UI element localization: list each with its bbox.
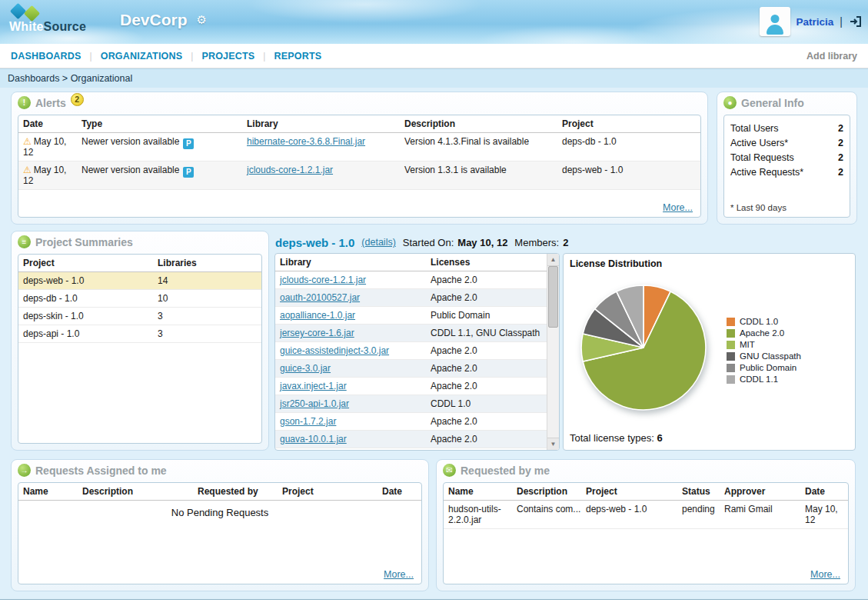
project-summary-row[interactable]: deps-api - 1.0 3 [18, 325, 261, 343]
requests-assigned-more-link[interactable]: More... [384, 569, 414, 580]
library-link[interactable]: jersey-core-1.6.jar [280, 328, 354, 338]
project-libraries-cell: 3 [153, 325, 261, 343]
alerts-count-badge: 2 [71, 93, 84, 106]
project-summary-row[interactable]: deps-db - 1.0 10 [18, 290, 261, 308]
nav-item-dashboards[interactable]: DASHBOARDS [11, 51, 81, 62]
library-table-box: Library Licenses jclouds-core-1.2.1.jarA… [274, 253, 560, 451]
page: WhiteSource DevCorp ⚙ Patricia | DASHBOA… [0, 0, 868, 606]
library-row: jclouds-core-1.2.1.jarApache 2.0 [275, 271, 547, 289]
user-area: Patricia | [760, 7, 862, 36]
requested-by-me-title: Requested by me [461, 464, 550, 478]
library-link[interactable]: aopalliance-1.0.jar [280, 310, 355, 321]
alert-library-link[interactable]: jclouds-core-1.2.1.jar [247, 165, 333, 175]
library-link[interactable]: guava-10.0.1.jar [280, 434, 347, 445]
alerts-more-link[interactable]: More... [663, 202, 693, 213]
org-name: DevCorp [120, 11, 188, 29]
project-name-cell[interactable]: deps-web - 1.0 [18, 272, 153, 290]
breadcrumb-text[interactable]: Dashboards > Organizational [8, 73, 132, 84]
nav-item-organizations[interactable]: ORGANIZATIONS [101, 51, 183, 62]
library-licenses: Public Domain [426, 307, 547, 325]
library-scrollbar[interactable]: ▲ ▼ [547, 254, 559, 450]
project-name-cell[interactable]: deps-api - 1.0 [18, 325, 153, 343]
inbox-arrow-icon: → [18, 464, 31, 477]
license-distribution-box: License Distribution CDDL 1.0Apache 2.0M… [563, 253, 856, 451]
req-col-requested-by: Requested by [193, 483, 278, 501]
started-on-label: Started On: [403, 237, 454, 248]
request-date: May 10, 12 [800, 501, 848, 529]
library-table-wrap: Library Licenses jclouds-core-1.2.1.jarA… [275, 254, 547, 450]
project-name-cell[interactable]: deps-skin - 1.0 [18, 308, 153, 325]
scroll-down-button[interactable]: ▼ [547, 438, 559, 450]
org-area: DevCorp ⚙ [120, 11, 207, 29]
library-link[interactable]: jsr250-api-1.0.jar [280, 398, 349, 409]
stat-label: Active Requests* [730, 165, 803, 180]
scroll-up-button[interactable]: ▲ [547, 254, 559, 266]
whitesource-logo[interactable]: WhiteSource [9, 3, 86, 34]
legend-label: GNU Classpath [740, 351, 801, 361]
avatar[interactable] [760, 7, 790, 36]
library-link[interactable]: oauth-20100527.jar [280, 292, 360, 303]
legend-label: CDDL 1.0 [740, 317, 778, 326]
gear-icon[interactable]: ⚙ [197, 13, 207, 27]
alert-project: deps-db - 1.0 [557, 133, 700, 161]
stat-value: 2 [838, 136, 843, 151]
legend-swatch [727, 329, 735, 338]
requested-by-me-more-link[interactable]: More... [810, 569, 840, 580]
project-summaries-table: Project Libraries deps-web - 1.0 14 deps… [18, 255, 261, 343]
alert-library-link[interactable]: hibernate-core-3.6.8.Final.jar [247, 136, 365, 147]
app-header: WhiteSource DevCorp ⚙ Patricia | [0, 0, 868, 44]
nav-item-projects[interactable]: PROJECTS [201, 51, 254, 62]
legend-item: CDDL 1.0 [727, 317, 801, 326]
project-summary-row[interactable]: deps-web - 1.0 14 [18, 272, 261, 290]
breadcrumb: Dashboards > Organizational [0, 68, 868, 88]
library-row: jersey-core-1.6.jarCDDL 1.1, GNU Classpa… [275, 325, 547, 342]
main-nav: DASHBOARDS | ORGANIZATIONS | PROJECTS | … [0, 44, 868, 68]
library-link[interactable]: guice-3.0.jar [280, 363, 331, 374]
stat-row: Active Users*2 [730, 136, 843, 151]
license-distribution-title: License Distribution [570, 258, 662, 269]
project-libraries-cell: 3 [153, 308, 261, 325]
library-link[interactable]: javax.inject-1.jar [280, 381, 347, 391]
req-col-project: Project [278, 483, 377, 501]
library-licenses: Apache 2.0 [426, 342, 547, 360]
user-name-link[interactable]: Patricia [796, 16, 834, 28]
requests-assigned-table-container: Name Description Requested by Project Da… [18, 482, 422, 584]
req-col-description: Description [78, 483, 193, 501]
stat-row: Total Users2 [730, 122, 843, 136]
project-details-link[interactable]: (details) [361, 237, 395, 248]
warning-icon: ⚠ [23, 136, 32, 147]
project-detail-header: deps-web - 1.0 (details) Started On: May… [275, 233, 856, 251]
logout-icon[interactable] [849, 15, 862, 28]
project-summaries-header-row: Project Libraries [18, 255, 261, 272]
rbm-col-date: Date [800, 483, 848, 501]
alert-description: Version 1.3.1 is available [400, 161, 557, 190]
logo-text-white: White [9, 20, 44, 33]
scroll-thumb[interactable] [548, 266, 558, 328]
alerts-table-container: Date Type Library Description Project ⚠M… [18, 115, 701, 218]
legend-swatch [727, 352, 735, 361]
project-summary-row[interactable]: deps-skin - 1.0 3 [18, 308, 261, 325]
requests-assigned-panel: → Requests Assigned to me Name Descripti… [11, 459, 429, 591]
library-link[interactable]: jclouds-core-1.2.1.jar [280, 275, 366, 285]
library-licenses: CDDL 1.1, GNU Classpath [426, 325, 547, 342]
legend-label: Apache 2.0 [740, 328, 784, 338]
logo-text: WhiteSource [9, 20, 86, 34]
request-approver: Rami Gmail [720, 501, 800, 529]
alert-project: deps-web - 1.0 [557, 161, 700, 190]
general-info-stats: Total Users2 Active Users*2 Total Reques… [724, 115, 850, 186]
legend-swatch [727, 318, 735, 326]
add-library-button[interactable]: Add library [806, 51, 857, 62]
library-col-licenses: Licenses [426, 254, 547, 271]
nav-item-reports[interactable]: REPORTS [274, 51, 321, 62]
logo-diamond-blue-icon [10, 3, 26, 19]
project-summaries-header: ≡ Project Summaries [12, 231, 268, 250]
library-link[interactable]: guice-assistedinject-3.0.jar [280, 345, 389, 356]
project-name-cell[interactable]: deps-db - 1.0 [18, 290, 153, 308]
library-row: oauth-20100527.jarApache 2.0 [275, 289, 547, 307]
alerts-panel-header: ! Alerts 2 [12, 92, 707, 111]
document-icon: ≡ [18, 235, 31, 248]
license-total-value: 6 [657, 432, 662, 444]
requested-by-me-panel: ✉ Requested by me Name Description Proje… [436, 459, 856, 591]
library-link[interactable]: gson-1.7.2.jar [280, 416, 336, 427]
logo-diamond-green-icon [24, 5, 40, 22]
